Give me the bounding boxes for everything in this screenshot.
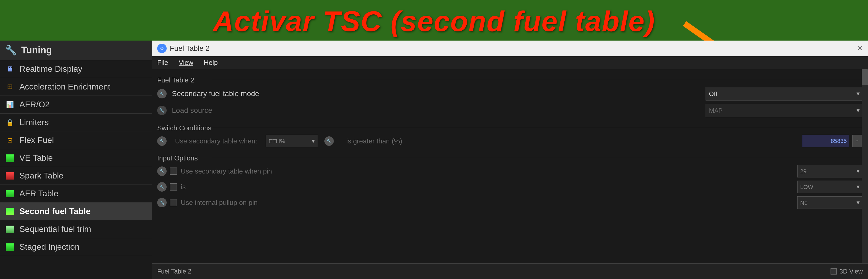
sidebar-title: Tuning [21,45,52,56]
is-greater-than-input[interactable] [802,135,849,147]
is-checkbox[interactable] [170,183,177,190]
switch-condition-row: 🔧 Use secondary table when: ETH% MAP TPS… [155,133,865,149]
menu-bar: File View Help [152,56,868,69]
second-fuel-table-icon [5,207,15,216]
use-secondary-pin-checkbox[interactable] [170,168,177,175]
sidebar-item-label: Second fuel Table [20,207,90,216]
main-section-header: Fuel Table 2 [155,74,865,85]
sidebar-header: 🔧 Tuning [0,41,152,60]
input-options-header: Input Options [155,152,865,163]
sidebar: 🔧 Tuning 🖥 Realtime Display ⊞ Accelerati… [0,41,152,279]
window-title: ⚙ Fuel Table 2 [157,44,210,53]
status-3d-view: 3D View [831,268,863,275]
sidebar-item-limiters[interactable]: 🔒 Limiters [0,114,152,131]
spark-table-icon [5,171,15,181]
content-area: ⚙ Fuel Table 2 ✕ File View Help Fuel Tab… [152,41,868,279]
scrollbar-thumb[interactable] [862,69,868,85]
sidebar-item-afr-o2[interactable]: 📊 AFR/O2 [0,96,152,114]
secondary-fuel-mode-control: Off On Blend ▼ [706,87,863,101]
window-titlebar: ⚙ Fuel Table 2 ✕ [152,41,868,56]
window-icon: ⚙ [157,44,167,53]
secondary-fuel-mode-select[interactable]: Off On Blend [706,87,863,101]
main-window: 🔧 Tuning 🖥 Realtime Display ⊞ Accelerati… [0,41,868,279]
is-icon: 🔧 [157,182,167,191]
sidebar-item-staged-injection[interactable]: Staged Injection [0,238,152,256]
sidebar-item-label: AFR/O2 [20,100,50,109]
ve-table-icon [5,153,15,163]
sidebar-item-ve-table[interactable]: VE Table [0,149,152,167]
sidebar-item-label: Flex Fuel [20,135,54,145]
sidebar-item-label: Acceleration Enrichment [20,82,110,92]
3d-view-checkbox[interactable] [831,268,837,275]
sidebar-item-label: AFR Table [20,189,58,198]
sequential-fuel-trim-icon [5,224,15,234]
is-row: 🔧 is LOW HIGH ▼ [155,179,865,195]
use-secondary-pin-select-wrapper: 29 30 ▼ [797,165,863,177]
use-secondary-pin-select[interactable]: 29 30 [797,165,863,177]
load-source-label: Load source [172,106,706,115]
sidebar-item-label: Sequential fuel trim [20,224,91,234]
is-select-wrapper: LOW HIGH ▼ [797,181,863,193]
sidebar-item-sequential-fuel-trim[interactable]: Sequential fuel trim [0,220,152,238]
use-internal-pullup-icon: 🔧 [157,198,167,207]
monitor-icon: 🖥 [5,64,15,74]
gauge-icon: ⊞ [5,82,15,92]
menu-file[interactable]: File [157,59,168,67]
load-source-row: 🔧 Load source MAP TPS ▼ [155,102,865,119]
sidebar-item-label: Staged Injection [20,242,80,252]
page-title: Activar TSC (second fuel table) [213,4,655,38]
menu-help[interactable]: Help [204,59,218,67]
is-select[interactable]: LOW HIGH [797,181,863,193]
sidebar-item-second-fuel-table[interactable]: Second fuel Table [0,203,152,220]
flex-fuel-icon: ⊞ [5,136,15,145]
greater-than-spinner[interactable]: ⇅ [852,135,863,147]
secondary-fuel-mode-select-wrapper: Off On Blend ▼ [706,87,863,101]
status-label: Fuel Table 2 [157,268,191,275]
switch-condition-icon2: 🔧 [324,136,334,146]
use-internal-pullup-label: Use internal pullup on pin [181,199,797,207]
sidebar-item-label: Realtime Display [20,64,82,74]
sidebar-item-realtime-display[interactable]: 🖥 Realtime Display [0,60,152,78]
secondary-fuel-mode-label: Secondary fuel table mode [172,90,706,98]
scrollbar[interactable] [862,69,868,263]
secondary-fuel-mode-row: 🔧 Secondary fuel table mode Off On Blend… [155,85,865,102]
staged-injection-icon [5,242,15,252]
use-secondary-pin-row: 🔧 Use secondary table when pin 29 30 ▼ [155,163,865,179]
use-internal-pullup-row: 🔧 Use internal pullup on pin No Yes ▼ [155,195,865,210]
load-source-control: MAP TPS ▼ [706,104,863,117]
load-source-select[interactable]: MAP TPS [706,104,863,117]
sidebar-item-label: VE Table [20,153,53,163]
limiters-icon: 🔒 [5,118,15,127]
sidebar-item-label: Limiters [20,117,49,127]
sidebar-item-spark-table[interactable]: Spark Table [0,167,152,185]
load-source-icon: 🔧 [157,106,167,115]
3d-view-label: 3D View [839,268,863,275]
menu-view[interactable]: View [179,59,193,67]
window-title-text: Fuel Table 2 [170,44,210,53]
wrench-icon: 🔧 [5,45,17,56]
use-secondary-pin-label: Use secondary table when pin [181,167,797,175]
is-greater-than-label: is greater than (%) [346,137,799,145]
switch-dropdown-select[interactable]: ETH% MAP TPS [266,135,318,147]
is-label: is [181,183,797,191]
switch-conditions-header: Switch Conditions [155,122,865,133]
afr-icon: 📊 [5,100,15,109]
use-secondary-pin-icon: 🔧 [157,167,167,176]
afr-table-icon [5,189,15,198]
use-internal-pullup-select[interactable]: No Yes [797,196,863,209]
sidebar-item-flex-fuel[interactable]: ⊞ Flex Fuel [0,131,152,149]
secondary-fuel-mode-icon: 🔧 [157,89,167,98]
load-source-select-wrapper: MAP TPS ▼ [706,104,863,117]
sidebar-item-acceleration-enrichment[interactable]: ⊞ Acceleration Enrichment [0,78,152,96]
form-content: Fuel Table 2 🔧 Secondary fuel table mode… [152,69,868,263]
use-secondary-when-label: Use secondary table when: [175,137,257,145]
sidebar-item-afr-table[interactable]: AFR Table [0,185,152,203]
switch-condition-icon: 🔧 [157,136,167,146]
use-internal-pullup-select-wrapper: No Yes ▼ [797,196,863,209]
status-bar: Fuel Table 2 3D View [152,263,868,279]
use-internal-pullup-checkbox[interactable] [170,199,177,206]
switch-dropdown-wrapper: ETH% MAP TPS ▼ [266,135,318,147]
close-button[interactable]: ✕ [857,44,863,53]
sidebar-item-label: Spark Table [20,171,63,181]
